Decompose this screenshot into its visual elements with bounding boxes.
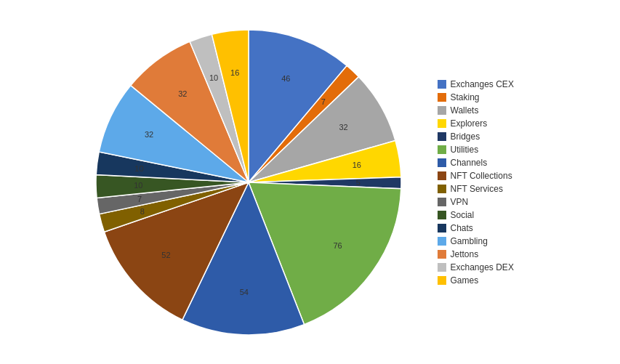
legend-item-channels: Channels [438,158,554,168]
legend-item-chats: Chats [438,223,554,233]
legend-label: Games [451,275,479,286]
pie-chart [81,15,416,349]
legend-label: Exchanges CEX [451,79,514,89]
legend-label: Staking [451,92,480,102]
legend-color-box [438,106,446,115]
legend-label: Social [451,210,475,220]
legend-item-games: Games [438,275,554,286]
legend-item-vpn: VPN [438,197,554,207]
legend-label: Chats [451,223,473,233]
legend-item-exchanges-cex: Exchanges CEX [438,79,554,89]
legend-label: Wallets [451,105,479,116]
legend: Exchanges CEXStakingWalletsExplorersBrid… [438,79,554,286]
legend-color-box [438,185,446,193]
legend-item-wallets: Wallets [438,105,554,116]
legend-item-exchanges-dex: Exchanges DEX [438,262,554,272]
legend-item-bridges: Bridges [438,132,554,142]
legend-label: Bridges [451,132,480,142]
legend-item-staking: Staking [438,92,554,102]
legend-label: Channels [451,158,488,168]
legend-color-box [438,171,446,180]
legend-color-box [438,250,446,259]
legend-label: NFT Services [451,184,503,194]
legend-label: VPN [451,197,469,207]
legend-color-box [438,119,446,128]
legend-item-gambling: Gambling [438,236,554,246]
legend-color-box [438,145,446,154]
legend-item-nft-collections: NFT Collections [438,171,554,181]
legend-item-social: Social [438,210,554,220]
legend-label: Gambling [451,236,488,246]
main-container: 4673216576545287101032321016 Exchanges C… [0,0,620,364]
legend-color-box [438,93,446,102]
legend-color-box [438,211,446,219]
legend-item-nft-services: NFT Services [438,184,554,194]
legend-color-box [438,132,446,141]
legend-color-box [438,224,446,232]
legend-item-utilities: Utilities [438,145,554,155]
legend-item-jettons: Jettons [438,249,554,259]
legend-label: Exchanges DEX [451,262,514,272]
legend-label: Jettons [451,249,479,259]
legend-label: Explorers [451,118,488,129]
legend-label: Utilities [451,145,479,155]
legend-color-box [438,237,446,246]
legend-color-box [438,198,446,206]
chart-area: 4673216576545287101032321016 [67,8,430,357]
legend-color-box [438,276,446,285]
legend-color-box [438,158,446,167]
legend-label: NFT Collections [451,171,512,181]
legend-color-box [438,263,446,272]
legend-color-box [438,80,446,89]
legend-item-explorers: Explorers [438,118,554,129]
